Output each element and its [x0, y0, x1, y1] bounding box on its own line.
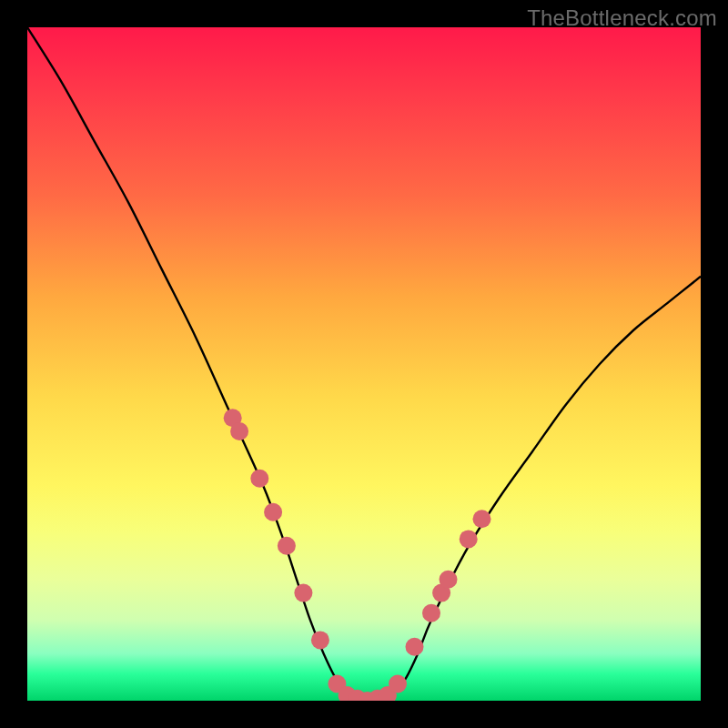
watermark-text: TheBottleneck.com [527, 5, 717, 31]
plot-area [27, 27, 701, 701]
data-marker [311, 631, 329, 649]
data-marker [389, 675, 407, 693]
data-marker [406, 638, 424, 656]
data-marker [278, 537, 296, 555]
data-marker [460, 530, 478, 548]
data-marker [250, 470, 268, 488]
data-marker [264, 503, 282, 521]
chart-frame: TheBottleneck.com [0, 0, 728, 728]
marker-group [224, 409, 491, 701]
curve-layer [27, 27, 701, 701]
data-marker [230, 422, 248, 440]
data-marker [294, 584, 312, 602]
data-marker [440, 571, 458, 589]
data-marker [422, 604, 440, 622]
data-marker [473, 510, 491, 528]
bottleneck-curve [27, 27, 701, 701]
